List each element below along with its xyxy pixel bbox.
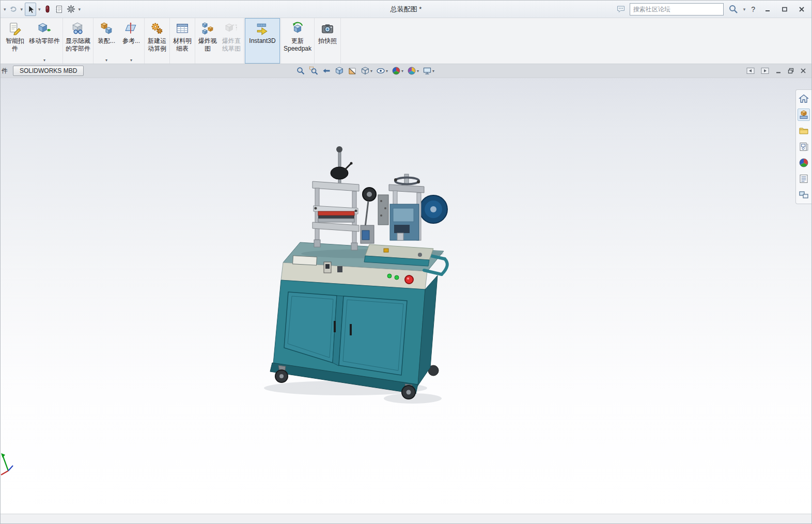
dropdown-caret-icon[interactable]: ▾ — [43, 58, 45, 63]
show-hidden-components-button[interactable]: 显示隐藏的零部件 — [64, 18, 92, 64]
help-button[interactable]: ? — [749, 5, 757, 13]
doc-close-button[interactable] — [800, 68, 806, 74]
file-explorer-tab-button[interactable] — [798, 125, 810, 137]
select-tool-button[interactable] — [25, 3, 36, 16]
select-tool-caret[interactable]: ▾ — [38, 7, 41, 12]
menu-flyout-caret[interactable]: ▾ — [3, 7, 7, 12]
update-speedpak-icon — [291, 22, 304, 37]
graphics-area[interactable] — [1, 78, 811, 514]
dropdown-caret-icon[interactable]: ▾ — [130, 58, 132, 63]
command-tab-strip: 件 SOLIDWORKS MBD — [1, 64, 811, 78]
appearances-tab-button[interactable] — [798, 157, 810, 169]
maximize-button[interactable] — [778, 4, 791, 15]
ribbon-button-label: 拍快照 — [318, 37, 337, 45]
view-palette-icon — [799, 142, 809, 152]
take-snapshot-button[interactable]: 拍快照 — [315, 18, 340, 64]
reference-geometry-button[interactable]: 参考... ▾ — [119, 18, 144, 64]
pane-forward-button[interactable] — [761, 67, 769, 74]
ribbon-button-label: 材料明细表 — [171, 37, 194, 53]
edit-appearance-button[interactable]: ▾ — [392, 66, 403, 75]
tab-solidworks-mbd[interactable]: SOLIDWORKS MBD — [13, 66, 84, 76]
custom-properties-tab-button[interactable] — [798, 173, 810, 185]
settings-caret[interactable]: ▾ — [78, 7, 82, 12]
ribbon-button-label: Instant3D — [249, 37, 275, 45]
search-button[interactable] — [727, 3, 740, 16]
select-cursor-icon — [26, 5, 35, 14]
dropdown-caret-icon[interactable]: ▾ — [417, 69, 419, 73]
section-view-button[interactable] — [348, 66, 357, 75]
close-button[interactable] — [795, 4, 808, 15]
move-component-button[interactable]: 移动零部件 ▾ — [27, 18, 62, 64]
ribbon-button-label: 爆炸视图 — [196, 37, 219, 53]
monitor-icon — [423, 66, 432, 75]
door-handle-right — [350, 324, 352, 335]
exploded-view-button[interactable]: 爆炸视图 — [196, 18, 220, 64]
update-speedpak-button[interactable]: 更新Speedpak — [282, 18, 314, 64]
community-bubble-icon — [617, 5, 626, 13]
design-library-icon — [799, 110, 809, 120]
instant3d-icon — [256, 22, 269, 37]
view-settings-button[interactable]: ▾ — [423, 66, 434, 75]
dual-screen-icon — [799, 190, 809, 200]
bill-of-materials-button[interactable]: 材料明细表 — [170, 18, 194, 64]
dropdown-caret-icon[interactable]: ▾ — [370, 69, 372, 73]
maximize-icon — [782, 6, 788, 12]
panel-display — [293, 256, 317, 265]
motion-study-icon — [150, 22, 164, 37]
home-tab-button[interactable] — [798, 93, 810, 105]
show-hidden-components-icon — [71, 22, 85, 37]
previous-view-button[interactable] — [322, 66, 331, 75]
exploded-view-icon — [201, 22, 214, 37]
home-icon — [799, 94, 809, 104]
display-style-button[interactable]: ▾ — [361, 66, 372, 75]
document-recovery-tab-button[interactable] — [798, 189, 810, 201]
tab-partial[interactable]: 件 — [1, 67, 8, 75]
minimize-icon — [764, 6, 771, 12]
ribbon-button-label: 移动零部件 — [29, 37, 60, 45]
green-indicator-2 — [395, 275, 399, 280]
appearance-ball-icon — [392, 66, 401, 75]
snapshot-camera-icon — [321, 22, 334, 37]
instant3d-button[interactable]: Instant3D — [245, 18, 280, 64]
eye-icon — [376, 66, 385, 75]
pane-back-button[interactable] — [746, 67, 755, 74]
ribbon-button-label: 智能扣件 — [4, 37, 26, 53]
pin-toggle-button[interactable] — [43, 3, 52, 16]
search-caret[interactable]: ▾ — [743, 7, 746, 12]
quick-access-toolbar: ▾ ▾ ▾ — [1, 3, 81, 16]
hide-show-items-button[interactable]: ▾ — [376, 66, 388, 75]
doc-restore-button[interactable] — [788, 68, 794, 74]
assembly-model[interactable] — [1, 78, 811, 514]
new-motion-study-button[interactable]: 新建运动算例 — [145, 18, 169, 64]
dropdown-caret-icon[interactable]: ▾ — [401, 69, 403, 73]
options-document-button[interactable] — [54, 3, 64, 16]
reference-geometry-icon — [124, 22, 138, 37]
ribbon-button-label: 参考... — [122, 37, 140, 45]
dropdown-caret-icon[interactable]: ▾ — [432, 69, 434, 73]
ribbon-group-components: 智能扣件 移动零部件 ▾ — [3, 18, 63, 64]
titlebar-right: ▾ ? — [617, 3, 811, 16]
zoom-to-fit-button[interactable] — [296, 66, 305, 75]
red-stop-button — [405, 275, 413, 284]
design-library-tab-button[interactable] — [798, 109, 810, 121]
command-manager-ribbon: 智能扣件 移动零部件 ▾ — [1, 18, 811, 64]
properties-list-icon — [799, 174, 809, 184]
view-palette-tab-button[interactable] — [798, 141, 810, 153]
zoom-to-area-button[interactable] — [309, 66, 318, 75]
undo-button[interactable] — [8, 3, 19, 16]
undo-caret[interactable]: ▾ — [20, 7, 24, 12]
minimize-button[interactable] — [761, 4, 774, 15]
view-orientation-button[interactable] — [335, 66, 344, 75]
close-icon — [799, 6, 805, 12]
dropdown-caret-icon[interactable]: ▾ — [386, 69, 388, 73]
ribbon-group-bom: 材料明细表 — [170, 18, 195, 64]
smart-fasteners-button[interactable]: 智能扣件 — [3, 18, 27, 64]
settings-button[interactable] — [66, 3, 76, 16]
ribbon-button-label: 显示隐藏的零部件 — [64, 37, 92, 53]
assembly-features-button[interactable]: 装配... ▾ — [94, 18, 119, 64]
doc-minimize-button[interactable] — [775, 68, 782, 74]
dropdown-caret-icon[interactable]: ▾ — [105, 58, 107, 63]
search-input[interactable] — [630, 3, 724, 16]
model-feeder-unit — [361, 188, 376, 243]
apply-scene-button[interactable]: ▾ — [407, 66, 419, 75]
